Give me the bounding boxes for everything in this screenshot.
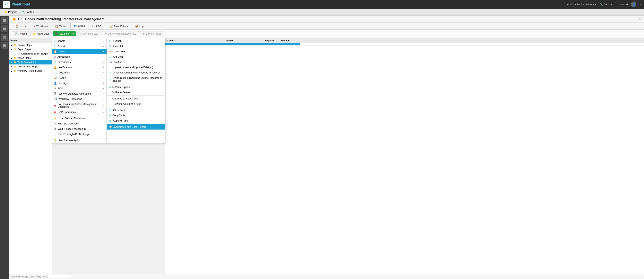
home-icon: 🏠 <box>16 25 18 28</box>
dropdown-notifications[interactable]: 🔔 Notifications ▶ <box>52 65 106 70</box>
cell-manager <box>279 43 294 45</box>
tab-steps[interactable]: 👣 Steps <box>70 23 88 29</box>
dropdown-identity[interactable]: 👤 Identity ▶ <box>52 80 106 86</box>
submenu-union-distinct[interactable]: ∪ Union Distinct (Combine Distinct Recor… <box>107 75 165 83</box>
dropdown-workflow-ops[interactable]: 🔄 Workflow Operations ▶ <box>52 96 106 102</box>
sidebar-icon-1[interactable] <box>1 17 8 24</box>
tab-home[interactable]: 🏠 Home <box>12 23 30 29</box>
tree-item-control-steps[interactable]: ▶ 📁 Control Steps <box>9 43 52 47</box>
submenu-columns-to-rows[interactable]: ↕ Columns to Rows (Melt) <box>107 96 165 101</box>
notifications-icon: 🔔 <box>54 66 57 69</box>
run-app-icon: ⊙ <box>54 122 56 125</box>
svg-point-1 <box>3 27 6 30</box>
table-area: Labels Memo Explorer Manager <box>166 38 644 274</box>
expand-icon-2: ▼ <box>10 48 13 51</box>
top-bar: PC PlaidCloud ⚙ Organization Settings ▾ … <box>0 0 644 8</box>
tree-item-export-steps[interactable]: ▼ 📁 Export Steps <box>9 47 52 52</box>
dropdown-run-app-op[interactable]: ⊙ Run App Operation <box>52 121 106 126</box>
tree-item-export-upload[interactable]: 📄 Export for upload of new pri <box>9 52 52 56</box>
dropdown-overlay: ⬇ Import ▶ ⬆ Export ▶ 📋 <box>52 38 166 143</box>
submenu-in-place-update[interactable]: ≡ In-Place Update <box>107 84 165 90</box>
submenu-outer-join[interactable]: ⊕ Outer Join <box>107 49 165 54</box>
dropdown-sap-pcm[interactable]: ▣ SAP Profitability & Cost Management Op… <box>52 102 106 109</box>
outer-join-icon: ⊕ <box>109 50 112 53</box>
dimensions-icon: ⬡ <box>54 60 56 63</box>
submenu-union-all[interactable]: ∪ Union All (Combine All Records in Tabl… <box>107 70 165 75</box>
workflows-icon: ● <box>34 25 35 28</box>
project-header: 🔶 TP – Goods Profit Monitoring Transfer … <box>9 16 644 23</box>
submenu-generate-fake-data[interactable]: 🎲 Generate Fake Data (Faker) <box>107 124 165 130</box>
add-step-dropdown[interactable]: ▾ <box>71 31 76 36</box>
folder-icon: 📁 <box>14 44 16 46</box>
chevron-icon-8: ▶ <box>103 77 104 79</box>
filter-input[interactable] <box>48 275 71 278</box>
fake-data-icon: 🎲 <box>109 125 112 128</box>
tables-menu-icon: 📋 <box>54 50 57 53</box>
submenu-copy-table[interactable]: ⎘ Copy Table <box>107 113 165 118</box>
submenu-anti-join[interactable]: ⊖ Anti Join <box>107 54 165 59</box>
demo-button[interactable]: 🔧 Demo ▾ <box>600 3 612 6</box>
projects-icon: 📁 <box>4 10 8 13</box>
avatar[interactable]: 👤 <box>631 1 636 7</box>
dropdown-document[interactable]: 📄 Document ▶ <box>52 70 106 75</box>
pass-icon: — <box>54 133 56 136</box>
configure-step-button[interactable]: ⚙ Configure Step <box>77 31 101 36</box>
submenu-clear-table[interactable]: ☐ Clear Table <box>107 107 165 113</box>
tree-item-import-steps[interactable]: ▶ 📁 Import Steps <box>9 56 52 60</box>
tools-menu[interactable]: 🔧 Tools ▾ <box>20 10 36 14</box>
steps-icon: 👣 <box>74 24 77 27</box>
submenu-append-table[interactable]: ⊞ Append Table <box>107 118 165 123</box>
add-icon: ➕ <box>55 32 58 35</box>
tree-item-workflow-related[interactable]: ▶ 📁 Workflow Related Steps <box>9 69 52 73</box>
submenu-rows-to-columns[interactable]: ↔ Rows to Columns (Pivot) <box>107 101 165 106</box>
tab-data-editors[interactable]: 📊 Data Editors <box>106 23 132 29</box>
dropdown-run-remote-python[interactable]: 🐍 Run Remote Python <box>52 138 106 143</box>
org-settings-button[interactable]: ⚙ Organization Settings ▾ <box>567 3 596 6</box>
dropdown-tables[interactable]: 📋 Tables ▶ <box>52 49 106 54</box>
submenu-in-place-delete[interactable]: ≡ In-Place Delete <box>107 90 165 95</box>
submenu-extract[interactable]: ⬡ Extract <box>107 38 165 43</box>
dropdown-bom[interactable]: ⚙ BOM ▶ <box>52 86 106 91</box>
new-folder-button[interactable]: 📁 New Folder <box>30 31 52 36</box>
main-layout: 🔶 TP – Goods Profit Monitoring Transfer … <box>0 16 644 279</box>
identity-icon: 👤 <box>54 82 57 85</box>
dropdown-allocations[interactable]: ⊕ Allocations ▶ <box>52 54 106 59</box>
tab-udfs[interactable]: fx UDFs <box>88 23 106 29</box>
sidebar-icon-2[interactable] <box>1 25 8 32</box>
dropdown-report[interactable]: 📊 Report ▶ <box>52 75 106 80</box>
dropdown-dimensions[interactable]: ⬡ Dimensions ▶ <box>52 59 106 65</box>
dropdown-sap-ops[interactable]: ▣ SAP Operations ▶ <box>52 109 106 115</box>
tab-workflows[interactable]: ● Workflows <box>30 23 52 29</box>
dropdown-pass-through[interactable]: — Pass Through (Do Nothing) <box>52 131 106 137</box>
tables-icon: 📋 <box>55 25 58 28</box>
sidebar-icon-3[interactable] <box>1 34 8 41</box>
status-bar: one visible row (221 total rows) Filter: <box>9 274 644 279</box>
dropdown-user-defined-transform[interactable]: ⚡ User Defined Transform <box>52 116 106 121</box>
chevron-icon-11: ▶ <box>103 93 104 95</box>
projects-menu[interactable]: 📁 Projects <box>2 10 19 14</box>
submenu-lookup[interactable]: 🔍 Lookup <box>107 59 165 65</box>
tab-log[interactable]: 📦 Log <box>132 23 147 29</box>
delete-unref-icon: 🗑 <box>104 32 107 35</box>
delete-steps-button[interactable]: 🗑 Delete Step(s) <box>140 31 164 36</box>
tab-tables[interactable]: 📋 Tables <box>52 23 70 29</box>
table-row[interactable] <box>166 43 644 45</box>
dropdown-remote-db[interactable]: 🗄 Remote Database Operations ▶ <box>52 91 106 96</box>
refresh-button[interactable]: 🔄 Refresh <box>12 31 29 36</box>
delete-unreferenced-button[interactable]: 🗑 Delete Unreferenced Steps <box>102 31 139 36</box>
sidebar-icon-4[interactable] <box>1 42 8 49</box>
submenu-upsert[interactable]: ↑↓ Upsert (Insert and Update Existing) <box>107 65 165 70</box>
add-step-group: ➕ Add Step ▾ <box>52 31 76 36</box>
submenu-inner-join[interactable]: ⊕ Inner Join <box>107 43 165 49</box>
union-all-icon: ∪ <box>109 71 111 74</box>
add-step-button[interactable]: ➕ Add Step <box>53 31 71 36</box>
tree-item-user-defined[interactable]: ▶ 📁 User Defined Steps <box>9 64 52 69</box>
tools-label: Tools <box>26 10 32 13</box>
chevron-icon-6: ▶ <box>103 66 104 68</box>
close-button[interactable]: ✕ <box>638 17 641 21</box>
tree-item-table-related[interactable]: ▼ 📁 Table Related Steps <box>9 60 52 64</box>
dropdown-import[interactable]: ⬇ Import ▶ <box>52 38 106 43</box>
tools-icon: 🔧 <box>22 10 25 13</box>
dropdown-export[interactable]: ⬆ Export ▶ <box>52 43 106 49</box>
dropdown-wait[interactable]: ⏸ Wait (Pause Processing) <box>52 126 106 131</box>
